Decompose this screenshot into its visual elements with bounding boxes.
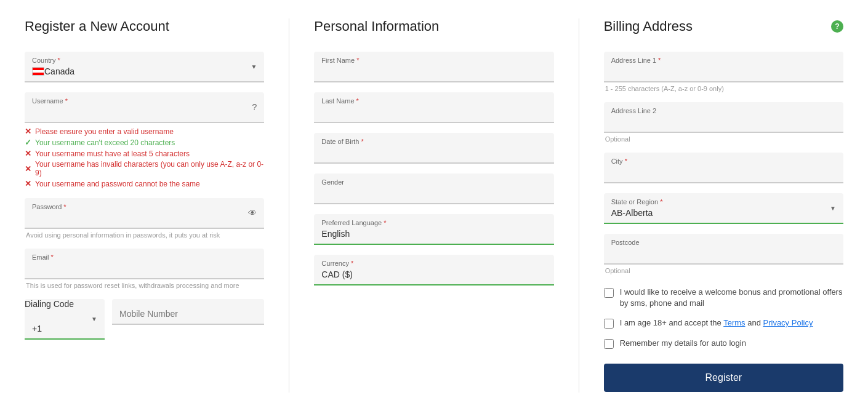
address2-group: Address Line 2 Optional — [604, 102, 843, 143]
phone-group: Dialing Code +1 ▼ — [25, 299, 264, 340]
postcode-group: Postcode Optional — [604, 234, 843, 274]
last-name-wrapper: Last Name * — [314, 92, 553, 123]
checkbox-section: I would like to receive a welcome bonus … — [604, 287, 843, 349]
personal-section: Personal Information First Name * Last N… — [314, 18, 553, 393]
privacy-link[interactable]: Privacy Policy — [763, 318, 813, 327]
mobile-group — [112, 299, 264, 340]
email-wrapper: Email * — [25, 249, 264, 279]
billing-help-icon[interactable]: ? — [831, 20, 843, 33]
username-wrapper: Username * ? — [25, 92, 264, 123]
remember-label[interactable]: Remember my details for auto login — [620, 338, 746, 349]
city-group: City * — [604, 153, 843, 183]
register-section: Register a New Account Country * Canada … — [25, 18, 264, 393]
dob-input[interactable] — [314, 133, 553, 162]
gender-input[interactable] — [314, 174, 553, 203]
language-group: Preferred Language * — [314, 214, 553, 245]
promo-label[interactable]: I would like to receive a welcome bonus … — [620, 287, 843, 309]
password-hint: Avoid using personal information in pass… — [25, 231, 264, 239]
username-input[interactable] — [25, 92, 264, 122]
age-checkbox-item: I am age 18+ and accept the Terms and Pr… — [604, 317, 843, 329]
dialing-code-select[interactable]: +1 — [25, 309, 105, 338]
state-group: State or Region * AB-Alberta BC-British … — [604, 193, 843, 224]
address1-hint: 1 - 255 characters (A-Z, a-z or 0-9 only… — [604, 85, 843, 92]
address1-group: Address Line 1 * 1 - 255 characters (A-Z… — [604, 52, 843, 92]
personal-title: Personal Information — [314, 18, 553, 34]
password-toggle-icon[interactable]: 👁 — [248, 208, 257, 218]
mobile-wrapper — [112, 299, 264, 325]
validation-item: ✕ Your username must have at least 5 cha… — [25, 149, 264, 158]
last-name-input[interactable] — [314, 92, 553, 122]
country-group: Country * Canada ▼ — [25, 52, 264, 82]
username-group: Username * ? ✕ Please ensure you enter a… — [25, 92, 264, 188]
remember-checkbox-item: Remember my details for auto login — [604, 338, 843, 349]
email-hint: This is used for password reset links, w… — [25, 282, 264, 289]
password-input[interactable] — [25, 198, 264, 228]
validation-item: ✕ Your username has invalid characters (… — [25, 160, 264, 177]
currency-input[interactable] — [314, 255, 553, 284]
dialing-code-group: Dialing Code +1 ▼ — [25, 299, 105, 340]
language-input[interactable] — [314, 214, 553, 244]
validation-item: ✓ Your username can't exceed 20 characte… — [25, 138, 264, 147]
age-checkbox[interactable] — [604, 319, 614, 329]
first-name-input[interactable] — [314, 52, 553, 81]
age-label[interactable]: I am age 18+ and accept the Terms and Pr… — [620, 317, 813, 329]
address1-input[interactable] — [604, 52, 843, 81]
username-validation: ✕ Please ensure you enter a valid userna… — [25, 127, 264, 188]
error-icon: ✕ — [25, 179, 31, 188]
dob-group: Date of Birth * — [314, 133, 553, 164]
divider-1 — [289, 18, 289, 393]
gender-group: Gender — [314, 174, 553, 204]
divider-2 — [579, 18, 579, 393]
email-group: Email * This is used for password reset … — [25, 249, 264, 289]
validation-item: ✕ Please ensure you enter a valid userna… — [25, 127, 264, 136]
language-wrapper: Preferred Language * — [314, 214, 553, 245]
username-help-icon[interactable]: ? — [252, 102, 257, 112]
password-wrapper: Password * 👁 — [25, 198, 264, 229]
state-select[interactable]: AB-Alberta BC-British Columbia MB-Manito… — [604, 193, 843, 223]
billing-section: Billing Address ? Address Line 1 * 1 - 2… — [604, 18, 843, 393]
dialing-code-wrapper: Dialing Code +1 ▼ — [25, 299, 105, 340]
last-name-group: Last Name * — [314, 92, 553, 123]
currency-group: Currency * — [314, 255, 553, 285]
gender-wrapper: Gender — [314, 174, 553, 204]
billing-title: Billing Address — [604, 18, 693, 34]
mobile-input[interactable] — [112, 299, 264, 324]
email-input[interactable] — [25, 249, 264, 278]
country-wrapper: Country * Canada ▼ — [25, 52, 264, 82]
error-icon: ✕ — [25, 127, 31, 136]
state-wrapper: State or Region * AB-Alberta BC-British … — [604, 193, 843, 224]
register-button[interactable]: Register — [604, 364, 843, 392]
error-icon: ✕ — [25, 149, 31, 158]
address2-wrapper: Address Line 2 — [604, 102, 843, 133]
city-input[interactable] — [604, 153, 843, 182]
postcode-hint: Optional — [604, 267, 843, 274]
remember-checkbox[interactable] — [604, 339, 614, 349]
address2-input[interactable] — [604, 102, 843, 132]
address2-hint: Optional — [604, 135, 843, 143]
terms-link[interactable]: Terms — [723, 318, 745, 327]
postcode-wrapper: Postcode — [604, 234, 843, 265]
password-group: Password * 👁 Avoid using personal inform… — [25, 198, 264, 239]
canada-flag-icon — [32, 67, 44, 76]
billing-header: Billing Address ? — [604, 18, 843, 34]
success-icon: ✓ — [25, 138, 31, 147]
address1-wrapper: Address Line 1 * — [604, 52, 843, 82]
promo-checkbox[interactable] — [604, 288, 614, 298]
postcode-input[interactable] — [604, 234, 843, 263]
currency-wrapper: Currency * — [314, 255, 553, 285]
country-select[interactable]: Canada — [44, 66, 257, 76]
dob-wrapper: Date of Birth * — [314, 133, 553, 164]
register-title: Register a New Account — [25, 18, 264, 34]
city-wrapper: City * — [604, 153, 843, 183]
validation-item: ✕ Your username and password cannot be t… — [25, 179, 264, 188]
first-name-wrapper: First Name * — [314, 52, 553, 82]
first-name-group: First Name * — [314, 52, 553, 82]
dialing-code-label: Dialing Code — [25, 299, 74, 309]
promo-checkbox-item: I would like to receive a welcome bonus … — [604, 287, 843, 309]
error-icon: ✕ — [25, 164, 31, 174]
